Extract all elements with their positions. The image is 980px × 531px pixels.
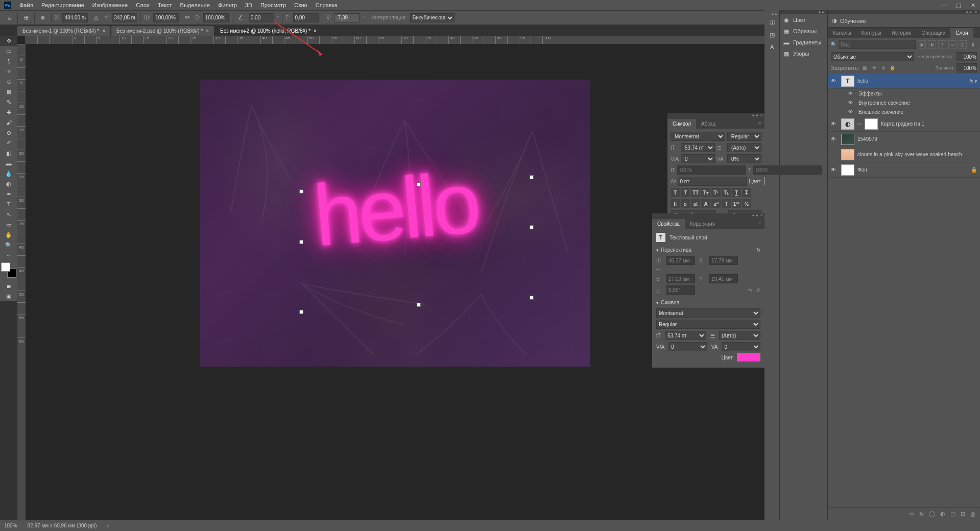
layer-name[interactable]: Фон <box>857 167 968 173</box>
underline-button[interactable]: T <box>732 188 741 197</box>
prop-color-swatch[interactable] <box>737 353 760 361</box>
transform-icon[interactable]: ⊞ <box>21 13 31 23</box>
hskew-input[interactable] <box>293 13 319 22</box>
filter-image-icon[interactable]: ▣ <box>918 40 926 49</box>
transform-section-header[interactable]: ▾Перспектива ↻ <box>656 247 760 253</box>
quickmask-tool[interactable]: ◙ <box>0 281 17 291</box>
document-dimensions[interactable]: 82,97 мм x 60,96 мм (300 ppi) <box>28 523 97 528</box>
tab-actions[interactable]: Операции <box>917 28 951 38</box>
character-section-header[interactable]: ▾Символ <box>656 300 760 305</box>
menu-file[interactable]: Файл <box>15 1 37 10</box>
panel-collapse-bar[interactable]: ◄◄ × <box>652 213 764 219</box>
menu-help[interactable]: Справка <box>312 1 342 10</box>
layer-mask-icon[interactable]: ◯ <box>929 511 935 517</box>
text-color-swatch[interactable] <box>764 177 765 185</box>
panel-menu-icon[interactable]: ≡ <box>974 30 980 36</box>
layer-name[interactable]: 1549979 <box>857 136 977 142</box>
stylistic-button[interactable]: st <box>691 199 700 208</box>
tab-paths[interactable]: Контуры <box>856 28 887 38</box>
doc-tab-2[interactable]: Без имени-2.psd @ 100% (RGB/8#) *× <box>111 26 214 36</box>
baseline-input[interactable] <box>678 177 747 186</box>
frame-tool[interactable]: ⊠ <box>0 87 17 97</box>
status-arrow-icon[interactable]: › <box>107 523 109 528</box>
layer-row[interactable]: clouds-in-a-pink-sky-over-wave-soaked-be… <box>828 147 980 162</box>
layer-thumbnail[interactable] <box>841 149 854 160</box>
w-input[interactable] <box>153 13 179 22</box>
menu-view[interactable]: Просмотр <box>256 1 290 10</box>
pen-tool[interactable]: ✒ <box>0 189 17 199</box>
close-icon[interactable]: ✕ <box>966 0 980 10</box>
prop-angle-input[interactable] <box>666 285 695 295</box>
reference-point-icon[interactable]: ▦ <box>38 13 48 23</box>
filter-smart-icon[interactable]: ◫ <box>959 40 967 49</box>
tab-paragraph[interactable]: Абзац <box>696 119 721 129</box>
menu-image[interactable]: Изображение <box>88 1 132 10</box>
ordinals-button[interactable]: aᵈ <box>711 199 721 208</box>
filter-text-icon[interactable]: T <box>938 40 946 49</box>
panel-menu-icon[interactable]: ≡ <box>758 221 764 227</box>
filter-toggle-icon[interactable]: ▮ <box>969 40 977 49</box>
marquee-tool[interactable]: ▭ <box>0 46 17 56</box>
link-icon[interactable]: ⚯ <box>656 267 662 272</box>
wand-tool[interactable]: ✧ <box>0 66 17 77</box>
tab-history[interactable]: История <box>887 28 917 38</box>
layer-thumbnail[interactable]: ◐ <box>841 118 854 130</box>
lock-position-icon[interactable]: ✜ <box>871 64 878 71</box>
half-button[interactable]: ½ <box>742 199 751 208</box>
transform-bounding-box[interactable] <box>301 191 532 312</box>
info-icon[interactable]: ⓘ <box>764 16 780 29</box>
leading-input[interactable]: (Авто) <box>727 143 761 152</box>
panel-menu-icon[interactable]: ≡ <box>758 120 764 127</box>
swash-button[interactable]: T <box>722 199 731 208</box>
filter-shape-icon[interactable]: ▭ <box>948 40 957 49</box>
filter-adjust-icon[interactable]: ◐ <box>928 40 936 49</box>
close-icon[interactable]: × <box>206 28 209 34</box>
prop-style-select[interactable]: Regular <box>656 320 760 329</box>
move-tool[interactable]: ✥ <box>0 36 17 46</box>
foreground-color[interactable] <box>1 262 10 272</box>
smallcaps-button[interactable]: Tᴛ <box>701 188 710 197</box>
menu-select[interactable]: Выделение <box>176 1 214 10</box>
titling-button[interactable]: A <box>701 199 710 208</box>
prop-w-input[interactable] <box>666 256 695 265</box>
layer-row[interactable]: 👁 ◐ ⚯ Карта градиента 1 <box>828 116 980 132</box>
kerning-input[interactable]: 0 <box>681 154 715 163</box>
layer-name[interactable]: clouds-in-a-pink-sky-over-wave-soaked-be… <box>857 152 977 157</box>
ligature-button[interactable]: fi <box>671 199 680 208</box>
visibility-icon[interactable]: 👁 <box>848 91 855 96</box>
layer-mask-thumbnail[interactable] <box>865 118 878 130</box>
visibility-icon[interactable]: 👁 <box>831 78 838 84</box>
bold-button[interactable]: T <box>671 188 680 197</box>
dodge-tool[interactable]: ◐ <box>0 179 17 189</box>
swatches-panel-button[interactable]: ▦ Образцы <box>780 26 827 37</box>
visibility-icon[interactable]: 👁 <box>848 100 855 105</box>
color-swatches[interactable] <box>1 262 16 278</box>
menu-window[interactable]: Окно <box>290 1 312 10</box>
font-size-input[interactable]: 53,74 пт <box>681 143 715 152</box>
visibility-icon[interactable]: 👁 <box>848 109 855 114</box>
font-style-select[interactable]: Regular <box>727 132 761 141</box>
y-input[interactable] <box>112 13 137 22</box>
character-icon[interactable]: A <box>764 41 780 53</box>
visibility-icon[interactable]: 👁 <box>831 136 838 142</box>
tracking-input[interactable]: 0% <box>727 154 761 163</box>
blur-tool[interactable]: 💧 <box>0 168 17 179</box>
visibility-icon[interactable]: 👁 <box>831 167 838 173</box>
close-icon[interactable]: × <box>102 28 105 34</box>
flip-h-icon[interactable]: ⇋ <box>748 287 752 293</box>
tab-channels[interactable]: Каналы <box>828 28 856 38</box>
navigator-icon[interactable]: ◳ <box>764 29 780 41</box>
doc-tab-1[interactable]: Без имени-1 @ 100% (RGB/8#) *× <box>17 26 110 36</box>
menu-3d[interactable]: 3D <box>241 1 256 10</box>
x-input[interactable] <box>62 13 88 22</box>
new-layer-icon[interactable]: ⊞ <box>961 511 965 517</box>
patterns-panel-button[interactable]: ▩ Узоры <box>780 48 827 59</box>
prop-leading-input[interactable]: (Авто) <box>719 331 760 340</box>
prop-y-input[interactable] <box>709 274 738 283</box>
prop-x-input[interactable] <box>709 256 738 265</box>
prop-tracking-input[interactable]: 0 <box>668 342 707 351</box>
screenmode-tool[interactable]: ▣ <box>0 291 17 301</box>
maximize-icon[interactable]: ▢ <box>951 0 966 10</box>
adjustment-layer-icon[interactable]: ◐ <box>940 511 945 517</box>
angle-input[interactable] <box>249 13 274 22</box>
